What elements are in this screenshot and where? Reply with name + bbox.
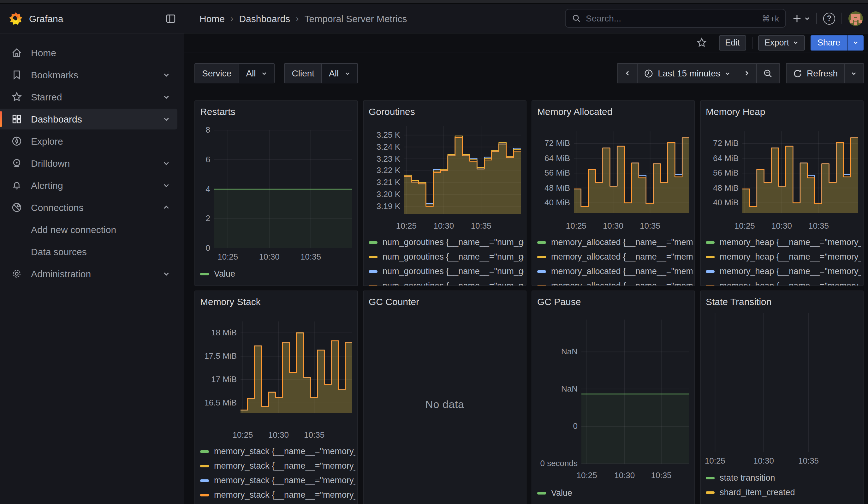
x-axis-label: 10:35 bbox=[630, 221, 670, 230]
share-dropdown-chevron[interactable] bbox=[847, 35, 864, 50]
panel-title[interactable]: GC Pause bbox=[537, 296, 581, 308]
sidebar-item-add-new-connection[interactable]: Add new connection bbox=[0, 219, 177, 240]
search-input[interactable] bbox=[586, 13, 757, 23]
chevron-down-icon[interactable] bbox=[163, 71, 170, 78]
legend-item[interactable]: memory_allocated {__name__="memo bbox=[537, 235, 693, 249]
plot-area[interactable] bbox=[574, 131, 689, 213]
panel-title[interactable]: State Transition bbox=[706, 296, 772, 308]
legend-item[interactable]: memory_allocated {__name__="memo bbox=[537, 249, 693, 264]
y-axis-label: 6 bbox=[195, 155, 210, 164]
legend-series-marker bbox=[706, 241, 715, 244]
legend-item[interactable]: num_goroutines {__name__="num_go bbox=[369, 278, 524, 286]
legend-item[interactable]: memory_stack {__name__="memory_s bbox=[200, 473, 355, 487]
sidebar-item-bookmarks[interactable]: Bookmarks bbox=[0, 64, 177, 85]
plot-area[interactable] bbox=[214, 130, 352, 248]
favorite-star-button[interactable] bbox=[696, 37, 707, 48]
plot-area[interactable] bbox=[581, 320, 689, 464]
plot-area[interactable] bbox=[742, 131, 858, 213]
refresh-button[interactable]: Refresh bbox=[786, 63, 845, 83]
panel-row-2: Memory Stack18 MiB17.5 MiB17 MiB16.5 MiB… bbox=[194, 290, 864, 504]
legend-item[interactable]: Value bbox=[537, 486, 693, 500]
chevron-up-icon[interactable] bbox=[163, 204, 170, 211]
export-button[interactable]: Export bbox=[758, 35, 805, 50]
legend-item[interactable]: memory_heap {__name__="memory_h bbox=[706, 278, 861, 286]
legend-item[interactable]: num_goroutines {__name__="num_go bbox=[369, 264, 524, 278]
x-axis-label: 10:35 bbox=[294, 430, 334, 440]
service-filter[interactable]: Service All bbox=[194, 63, 275, 83]
breadcrumb-home[interactable]: Home bbox=[199, 13, 225, 24]
sidebar-item-home[interactable]: Home bbox=[0, 42, 177, 63]
grafana-logo-icon bbox=[9, 11, 23, 25]
sidebar-item-data-sources[interactable]: Data sources bbox=[0, 241, 177, 262]
y-axis-label: 72 MiB bbox=[701, 139, 738, 148]
x-axis-label: 10:25 bbox=[724, 221, 765, 230]
refresh-interval-chevron[interactable] bbox=[844, 63, 864, 83]
legend-series-marker bbox=[537, 285, 546, 286]
legend-series-label: num_goroutines {__name__="num_go bbox=[383, 281, 524, 286]
legend-series-label: memory_allocated {__name__="memo bbox=[551, 281, 693, 286]
legend-item[interactable]: memory_allocated {__name__="memo bbox=[537, 264, 693, 278]
share-button[interactable]: Share bbox=[810, 35, 864, 50]
sidebar-item-starred[interactable]: Starred bbox=[0, 86, 177, 107]
plot-area[interactable] bbox=[240, 321, 352, 413]
help-button[interactable]: ? bbox=[823, 12, 835, 24]
filters-row: Service All Client All bbox=[194, 63, 864, 83]
panel-title[interactable]: GC Counter bbox=[369, 296, 419, 308]
avatar[interactable] bbox=[848, 11, 863, 25]
x-axis-label: 10:30 bbox=[258, 430, 299, 440]
plot-area[interactable] bbox=[404, 126, 521, 214]
client-filter-value[interactable]: All bbox=[322, 64, 357, 83]
time-back-button[interactable] bbox=[617, 63, 638, 83]
panel-title[interactable]: Goroutines bbox=[369, 106, 415, 117]
sidebar-item-alerting[interactable]: Alerting bbox=[0, 175, 177, 196]
chevron-down-icon[interactable] bbox=[163, 160, 170, 167]
chevron-down-icon[interactable] bbox=[163, 182, 170, 189]
dashboard-toolbar: Edit Export Share bbox=[184, 33, 868, 52]
sidebar-item-explore[interactable]: Explore bbox=[0, 131, 177, 152]
chevron-down-icon[interactable] bbox=[163, 270, 170, 277]
y-axis-label: 72 MiB bbox=[532, 139, 570, 148]
legend-item[interactable]: memory_heap {__name__="memory_h bbox=[706, 264, 861, 278]
dashboard-main: Edit Export Share Service All bbox=[184, 33, 868, 504]
sidebar-item-drilldown[interactable]: Drilldown bbox=[0, 153, 177, 174]
y-axis-label: 56 MiB bbox=[701, 169, 738, 177]
sidebar-item-administration[interactable]: Administration bbox=[0, 263, 177, 284]
dock-menu-icon[interactable] bbox=[165, 13, 176, 24]
legend-series-marker bbox=[200, 450, 209, 453]
legend-item[interactable]: num_goroutines {__name__="num_go bbox=[369, 249, 524, 264]
x-axis-label: 10:25 bbox=[386, 221, 426, 230]
chevron-down-icon bbox=[344, 70, 350, 76]
y-axis-label: 17 MiB bbox=[195, 375, 237, 384]
search-input-wrap[interactable]: ⌘+k bbox=[565, 9, 786, 28]
add-button[interactable] bbox=[792, 13, 810, 23]
panel-title[interactable]: Memory Heap bbox=[706, 106, 765, 117]
legend-item[interactable]: memory_stack {__name__="memory_s bbox=[200, 487, 355, 502]
chevron-down-icon[interactable] bbox=[163, 93, 170, 101]
sidebar-item-dashboards[interactable]: Dashboards bbox=[0, 109, 177, 130]
legend-series-marker bbox=[537, 241, 546, 244]
time-forward-button[interactable] bbox=[737, 63, 757, 83]
client-filter[interactable]: Client All bbox=[285, 63, 358, 83]
panel-title[interactable]: Restarts bbox=[200, 106, 236, 117]
legend-item[interactable]: memory_allocated {__name__="memo bbox=[537, 278, 693, 286]
legend-item[interactable]: shard_item_created bbox=[706, 485, 861, 500]
legend-item[interactable]: state transition bbox=[706, 471, 861, 485]
legend-item[interactable]: num_goroutines {__name__="num_go bbox=[369, 235, 524, 249]
edit-button[interactable]: Edit bbox=[719, 35, 746, 50]
plot-area[interactable] bbox=[708, 313, 858, 452]
panel-title[interactable]: Memory Allocated bbox=[537, 106, 612, 117]
time-range-picker[interactable]: Last 15 minutes bbox=[637, 63, 737, 83]
service-filter-value[interactable]: All bbox=[239, 64, 274, 83]
legend-item[interactable]: memory_stack {__name__="memory_s bbox=[200, 459, 355, 473]
chevron-down-icon[interactable] bbox=[163, 116, 170, 123]
zoom-out-button[interactable] bbox=[756, 63, 779, 83]
legend-item[interactable]: memory_heap {__name__="memory_h bbox=[706, 235, 861, 249]
legend-series-marker bbox=[369, 285, 378, 286]
legend-item[interactable]: memory_stack {__name__="memory_s bbox=[200, 444, 355, 459]
panel-title[interactable]: Memory Stack bbox=[200, 296, 261, 308]
legend-series-marker bbox=[369, 241, 378, 244]
sidebar-item-connections[interactable]: Connections bbox=[0, 197, 177, 218]
legend-item[interactable]: Value bbox=[200, 267, 355, 281]
breadcrumb-dashboards[interactable]: Dashboards bbox=[239, 13, 290, 24]
legend-item[interactable]: memory_heap {__name__="memory_h bbox=[706, 249, 861, 264]
